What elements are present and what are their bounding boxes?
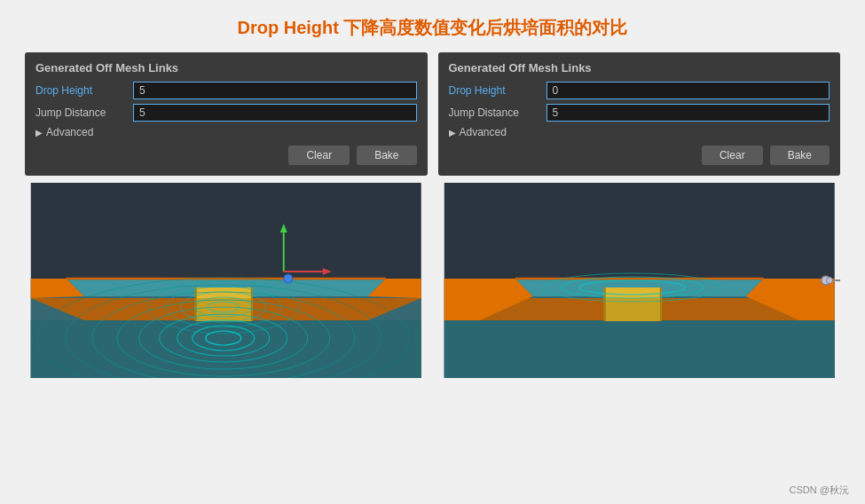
page-title: Drop Height 下降高度数值变化后烘培面积的对比 [0, 0, 865, 52]
left-drop-height-label: Drop Height [35, 84, 133, 97]
right-drop-height-label: Drop Height [449, 84, 547, 97]
right-panel: Generated Off Mesh Links Drop Height Jum… [438, 52, 841, 176]
svg-rect-36 [444, 320, 834, 378]
right-advanced-arrow-icon: ▶ [449, 128, 456, 138]
right-jump-distance-row: Jump Distance [449, 104, 830, 122]
right-drop-height-row: Drop Height [449, 82, 830, 99]
left-screenshot [25, 183, 428, 378]
svg-rect-42 [659, 287, 661, 321]
left-drop-height-row: Drop Height [35, 82, 417, 99]
right-clear-button[interactable]: Clear [702, 146, 763, 165]
left-advanced-arrow-icon: ▶ [35, 128, 43, 138]
right-panel-title: Generated Off Mesh Links [449, 61, 830, 75]
right-screenshot [438, 183, 841, 378]
watermark: CSDN @秋沅 [790, 484, 849, 497]
connector-dot-1 [826, 277, 833, 284]
connector-chain [826, 277, 840, 284]
right-bake-button[interactable]: Bake [770, 146, 830, 165]
left-bake-button[interactable]: Bake [357, 146, 416, 165]
left-advanced-row[interactable]: ▶ Advanced [35, 126, 417, 138]
right-jump-distance-input[interactable] [547, 104, 830, 122]
svg-rect-40 [603, 287, 661, 298]
right-buttons-row: Clear Bake [449, 146, 830, 165]
svg-point-30 [284, 274, 293, 283]
left-scene-svg [25, 183, 428, 378]
left-drop-height-input[interactable] [133, 82, 417, 99]
svg-rect-41 [603, 287, 605, 321]
right-jump-distance-label: Jump Distance [449, 106, 547, 119]
right-scene-svg [438, 183, 841, 378]
left-advanced-label: Advanced [46, 126, 93, 138]
left-clear-button[interactable]: Clear [288, 146, 350, 165]
left-jump-distance-input[interactable] [133, 104, 417, 122]
left-jump-distance-row: Jump Distance [35, 104, 417, 122]
left-panel: Generated Off Mesh Links Drop Height Jum… [25, 52, 428, 176]
left-buttons-row: Clear Bake [35, 146, 417, 165]
right-advanced-label: Advanced [460, 126, 507, 138]
left-panel-title: Generated Off Mesh Links [35, 61, 417, 75]
connector-line [836, 280, 840, 281]
left-jump-distance-label: Jump Distance [35, 106, 133, 119]
right-drop-height-input[interactable] [547, 82, 830, 99]
right-advanced-row[interactable]: ▶ Advanced [449, 126, 830, 138]
